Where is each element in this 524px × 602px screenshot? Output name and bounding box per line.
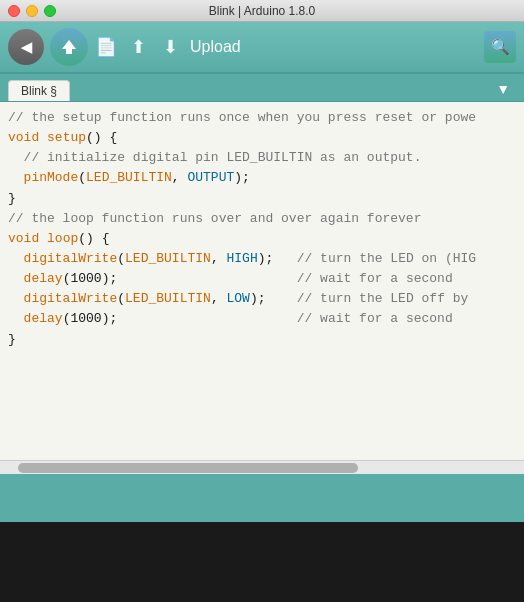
serial-monitor-button[interactable]: 🔍 <box>484 31 516 63</box>
code-line-5: } <box>8 189 524 209</box>
code-line-10: delay(1000); // wait for a second <box>8 269 524 289</box>
code-line-11: digitalWrite(LED_BUILTIN, LOW); // turn … <box>8 289 524 309</box>
title-bar: Blink | Arduino 1.8.0 <box>0 0 524 22</box>
tab-blink[interactable]: Blink § <box>8 80 70 101</box>
code-line-13: } <box>8 330 524 350</box>
scrollbar-thumb[interactable] <box>18 463 358 473</box>
minimize-button[interactable] <box>26 5 38 17</box>
code-line-1: // the setup function runs once when you… <box>8 108 524 128</box>
back-button[interactable]: ◀ <box>8 29 44 65</box>
open-button[interactable]: ⬆ <box>124 33 152 61</box>
console-area <box>0 522 524 602</box>
window-controls[interactable] <box>8 5 56 17</box>
code-line-9: digitalWrite(LED_BUILTIN, HIGH); // turn… <box>8 249 524 269</box>
window-title: Blink | Arduino 1.8.0 <box>209 4 316 18</box>
maximize-button[interactable] <box>44 5 56 17</box>
code-line-8: void loop() { <box>8 229 524 249</box>
code-line-4: pinMode(LED_BUILTIN, OUTPUT); <box>8 168 524 188</box>
close-button[interactable] <box>8 5 20 17</box>
horizontal-scrollbar[interactable] <box>0 460 524 474</box>
toolbar: ◀ 📄 ⬆ ⬇ Upload 🔍 <box>0 22 524 74</box>
toolbar-right: 🔍 <box>484 31 516 63</box>
upload-button[interactable] <box>50 28 88 66</box>
upload-label: Upload <box>190 38 241 56</box>
code-line-3: // initialize digital pin LED_BUILTIN as… <box>8 148 524 168</box>
new-button[interactable]: 📄 <box>92 33 120 61</box>
code-line-12: delay(1000); // wait for a second <box>8 309 524 329</box>
tab-label: Blink § <box>21 84 57 98</box>
bottom-strip <box>0 474 524 522</box>
tab-dropdown-button[interactable]: ▼ <box>490 79 516 99</box>
tab-bar: Blink § ▼ <box>0 74 524 102</box>
serial-monitor-icon: 🔍 <box>491 38 510 56</box>
save-button[interactable]: ⬇ <box>156 33 184 61</box>
editor-area[interactable]: // the setup function runs once when you… <box>0 102 524 460</box>
upload-icon <box>59 37 79 57</box>
code-line-2: void setup() { <box>8 128 524 148</box>
code-line-7: // the loop function runs over and over … <box>8 209 524 229</box>
svg-marker-0 <box>62 40 76 54</box>
